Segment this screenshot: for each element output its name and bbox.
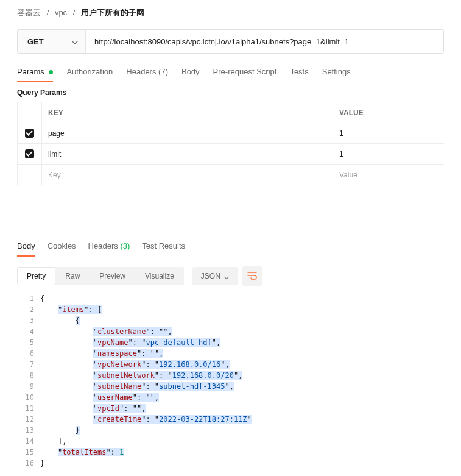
breadcrumb-sep: /: [73, 8, 76, 17]
view-visualize[interactable]: Visualize: [135, 267, 184, 285]
param-value-input[interactable]: 1: [333, 144, 444, 164]
table-row-empty: Key Value: [18, 165, 444, 185]
response-toolbar: Pretty Raw Preview Visualize JSON: [0, 263, 461, 290]
method-selector[interactable]: GET: [18, 30, 86, 53]
format-selector[interactable]: JSON: [192, 267, 238, 285]
tab-authorization[interactable]: Authorization: [66, 62, 113, 82]
method-label: GET: [27, 37, 44, 46]
param-key-input[interactable]: Key: [42, 165, 333, 185]
response-tabs: Body Cookies Headers (3) Test Results: [0, 236, 461, 257]
param-key-input[interactable]: limit: [42, 144, 333, 164]
request-tabs: Params Authorization Headers (7) Body Pr…: [0, 62, 461, 82]
line-number: 6: [17, 348, 40, 359]
param-value-input[interactable]: Value: [333, 165, 444, 185]
table-row: page 1: [18, 123, 444, 144]
params-header-row: KEY VALUE: [18, 102, 444, 123]
value-header: VALUE: [333, 102, 444, 123]
line-number: 13: [17, 425, 40, 436]
line-number: 2: [17, 304, 40, 315]
breadcrumb-item[interactable]: 容器云: [17, 8, 41, 17]
row-checkbox[interactable]: [18, 123, 42, 143]
view-raw[interactable]: Raw: [55, 267, 90, 285]
line-number: 14: [17, 436, 40, 447]
line-number: 12: [17, 414, 40, 425]
response-body[interactable]: 1{ 2 "items": [ 3 { 4 "clusterName": "",…: [17, 293, 444, 469]
view-pretty[interactable]: Pretty: [17, 267, 55, 285]
line-number: 3: [17, 315, 40, 326]
row-checkbox-empty: [18, 165, 42, 185]
tab-body[interactable]: Body: [181, 62, 200, 82]
resp-tab-cookies[interactable]: Cookies: [48, 236, 76, 257]
breadcrumb-sep: /: [47, 8, 49, 17]
chevron-down-icon: [224, 274, 229, 279]
wrap-lines-button[interactable]: [242, 266, 262, 286]
check-icon: [25, 129, 34, 138]
tab-params[interactable]: Params: [17, 62, 53, 82]
wrap-icon: [247, 271, 257, 282]
url-input[interactable]: [86, 30, 443, 53]
param-key-input[interactable]: page: [42, 123, 333, 143]
chevron-down-icon: [72, 38, 78, 44]
line-number: 9: [17, 381, 40, 392]
tab-pre-request[interactable]: Pre-request Script: [213, 62, 277, 82]
line-number: 16: [17, 458, 40, 469]
params-indicator-icon: [49, 70, 53, 74]
line-number: 10: [17, 392, 40, 403]
tab-headers[interactable]: Headers (7): [126, 62, 168, 82]
breadcrumb-current: 用户下所有的子网: [81, 8, 144, 17]
table-row: limit 1: [18, 144, 444, 165]
line-number: 7: [17, 359, 40, 370]
format-group: JSON: [192, 266, 262, 286]
resp-tab-body[interactable]: Body: [17, 236, 35, 257]
line-number: 5: [17, 337, 40, 348]
line-number: 4: [17, 326, 40, 337]
resp-tab-headers[interactable]: Headers (3): [88, 236, 130, 257]
query-params-label: Query Params: [0, 82, 461, 102]
resp-tab-test-results[interactable]: Test Results: [142, 236, 185, 257]
check-icon: [25, 149, 34, 158]
breadcrumb-item[interactable]: vpc: [55, 8, 67, 17]
view-group: Pretty Raw Preview Visualize: [17, 267, 184, 285]
line-number: 15: [17, 447, 40, 458]
tab-tests[interactable]: Tests: [290, 62, 308, 82]
key-header: KEY: [42, 102, 333, 123]
line-number: 1: [17, 293, 40, 304]
breadcrumb: 容器云 / vpc / 用户下所有的子网: [0, 0, 461, 24]
params-table: KEY VALUE page 1 limit 1 Key Value: [17, 102, 444, 185]
request-url-bar: GET: [17, 29, 444, 54]
line-number: 8: [17, 370, 40, 381]
line-number: 11: [17, 403, 40, 414]
view-preview[interactable]: Preview: [90, 267, 135, 285]
row-checkbox[interactable]: [18, 144, 42, 164]
tab-settings[interactable]: Settings: [322, 62, 351, 82]
checkbox-header: [18, 102, 42, 123]
param-value-input[interactable]: 1: [333, 123, 444, 143]
